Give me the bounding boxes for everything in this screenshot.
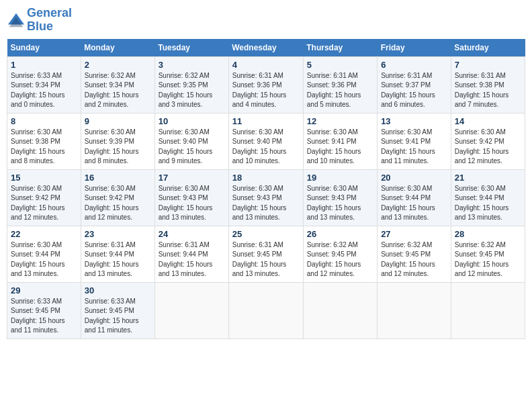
col-header-tuesday: Tuesday (154, 39, 228, 57)
day-cell: 29Sunrise: 6:33 AMSunset: 9:45 PMDayligh… (7, 282, 81, 338)
day-cell: 18Sunrise: 6:30 AMSunset: 9:43 PMDayligh… (228, 169, 303, 226)
day-detail: Sunrise: 6:32 AMSunset: 9:35 PMDaylight:… (159, 71, 225, 110)
day-cell: 5Sunrise: 6:31 AMSunset: 9:36 PMDaylight… (303, 56, 377, 113)
day-cell (378, 282, 451, 338)
day-detail: Sunrise: 6:31 AMSunset: 9:37 PMDaylight:… (381, 71, 447, 110)
day-detail: Sunrise: 6:33 AMSunset: 9:34 PMDaylight:… (11, 71, 77, 110)
day-cell: 26Sunrise: 6:32 AMSunset: 9:45 PMDayligh… (303, 226, 377, 282)
day-cell (228, 282, 303, 338)
day-cell: 10Sunrise: 6:30 AMSunset: 9:40 PMDayligh… (154, 113, 228, 169)
day-detail: Sunrise: 6:32 AMSunset: 9:45 PMDaylight:… (381, 240, 447, 279)
day-detail: Sunrise: 6:30 AMSunset: 9:42 PMDaylight:… (455, 128, 521, 167)
logo: General Blue (7, 7, 72, 34)
day-detail: Sunrise: 6:31 AMSunset: 9:36 PMDaylight:… (307, 71, 373, 110)
day-number: 5 (307, 60, 373, 70)
day-number: 10 (159, 116, 225, 126)
day-number: 17 (159, 173, 225, 183)
day-number: 28 (455, 229, 521, 239)
day-number: 19 (307, 173, 373, 183)
day-cell: 2Sunrise: 6:32 AMSunset: 9:34 PMDaylight… (81, 56, 154, 113)
day-detail: Sunrise: 6:30 AMSunset: 9:44 PMDaylight:… (11, 240, 77, 279)
day-number: 16 (85, 173, 151, 183)
day-cell (303, 282, 377, 338)
day-number: 6 (381, 60, 447, 70)
col-header-monday: Monday (81, 39, 154, 57)
day-number: 1 (11, 60, 77, 70)
day-cell: 17Sunrise: 6:30 AMSunset: 9:43 PMDayligh… (154, 169, 228, 226)
day-cell: 4Sunrise: 6:31 AMSunset: 9:36 PMDaylight… (228, 56, 303, 113)
day-number: 18 (232, 173, 300, 183)
day-number: 29 (11, 285, 77, 295)
day-number: 9 (85, 116, 151, 126)
day-number: 11 (232, 116, 300, 126)
day-number: 8 (11, 116, 77, 126)
day-number: 26 (307, 229, 373, 239)
day-detail: Sunrise: 6:30 AMSunset: 9:43 PMDaylight:… (232, 184, 300, 223)
week-row-2: 8Sunrise: 6:30 AMSunset: 9:38 PMDaylight… (7, 113, 525, 169)
day-detail: Sunrise: 6:31 AMSunset: 9:44 PMDaylight:… (159, 240, 225, 279)
page-header: General Blue (7, 7, 525, 34)
day-cell: 25Sunrise: 6:31 AMSunset: 9:45 PMDayligh… (228, 226, 303, 282)
day-detail: Sunrise: 6:33 AMSunset: 9:45 PMDaylight:… (85, 297, 151, 336)
day-detail: Sunrise: 6:32 AMSunset: 9:34 PMDaylight:… (85, 71, 151, 110)
day-cell: 13Sunrise: 6:30 AMSunset: 9:41 PMDayligh… (378, 113, 451, 169)
day-detail: Sunrise: 6:30 AMSunset: 9:40 PMDaylight:… (232, 128, 300, 167)
day-number: 22 (11, 229, 77, 239)
day-detail: Sunrise: 6:32 AMSunset: 9:45 PMDaylight:… (455, 240, 521, 279)
week-row-5: 29Sunrise: 6:33 AMSunset: 9:45 PMDayligh… (7, 282, 525, 338)
day-detail: Sunrise: 6:30 AMSunset: 9:39 PMDaylight:… (85, 128, 151, 167)
day-number: 7 (455, 60, 521, 70)
col-header-thursday: Thursday (303, 39, 377, 57)
day-cell: 14Sunrise: 6:30 AMSunset: 9:42 PMDayligh… (451, 113, 525, 169)
day-cell: 24Sunrise: 6:31 AMSunset: 9:44 PMDayligh… (154, 226, 228, 282)
day-cell: 9Sunrise: 6:30 AMSunset: 9:39 PMDaylight… (81, 113, 154, 169)
day-cell: 12Sunrise: 6:30 AMSunset: 9:41 PMDayligh… (303, 113, 377, 169)
week-row-1: 1Sunrise: 6:33 AMSunset: 9:34 PMDaylight… (7, 56, 525, 113)
calendar-table: SundayMondayTuesdayWednesdayThursdayFrid… (7, 39, 525, 339)
day-cell: 11Sunrise: 6:30 AMSunset: 9:40 PMDayligh… (228, 113, 303, 169)
day-detail: Sunrise: 6:30 AMSunset: 9:44 PMDaylight:… (455, 184, 521, 223)
col-header-sunday: Sunday (7, 39, 81, 57)
day-detail: Sunrise: 6:33 AMSunset: 9:45 PMDaylight:… (11, 297, 77, 336)
day-cell: 19Sunrise: 6:30 AMSunset: 9:43 PMDayligh… (303, 169, 377, 226)
day-cell: 23Sunrise: 6:31 AMSunset: 9:44 PMDayligh… (81, 226, 154, 282)
day-detail: Sunrise: 6:30 AMSunset: 9:43 PMDaylight:… (307, 184, 373, 223)
logo-line2: Blue (27, 20, 72, 34)
week-row-4: 22Sunrise: 6:30 AMSunset: 9:44 PMDayligh… (7, 226, 525, 282)
day-number: 27 (381, 229, 447, 239)
day-cell: 30Sunrise: 6:33 AMSunset: 9:45 PMDayligh… (81, 282, 154, 338)
day-number: 23 (85, 229, 151, 239)
day-cell (451, 282, 525, 338)
day-cell: 27Sunrise: 6:32 AMSunset: 9:45 PMDayligh… (378, 226, 451, 282)
day-cell: 22Sunrise: 6:30 AMSunset: 9:44 PMDayligh… (7, 226, 81, 282)
day-detail: Sunrise: 6:30 AMSunset: 9:40 PMDaylight:… (159, 128, 225, 167)
day-detail: Sunrise: 6:31 AMSunset: 9:44 PMDaylight:… (85, 240, 151, 279)
day-detail: Sunrise: 6:30 AMSunset: 9:38 PMDaylight:… (11, 128, 77, 167)
day-number: 30 (85, 285, 151, 295)
day-number: 20 (381, 173, 447, 183)
day-number: 24 (159, 229, 225, 239)
day-number: 2 (85, 60, 151, 70)
day-cell: 7Sunrise: 6:31 AMSunset: 9:38 PMDaylight… (451, 56, 525, 113)
day-detail: Sunrise: 6:30 AMSunset: 9:42 PMDaylight:… (85, 184, 151, 223)
day-number: 4 (232, 60, 300, 70)
day-number: 25 (232, 229, 300, 239)
day-detail: Sunrise: 6:31 AMSunset: 9:36 PMDaylight:… (232, 71, 300, 110)
day-cell (154, 282, 228, 338)
day-cell: 1Sunrise: 6:33 AMSunset: 9:34 PMDaylight… (7, 56, 81, 113)
day-cell: 20Sunrise: 6:30 AMSunset: 9:44 PMDayligh… (378, 169, 451, 226)
day-detail: Sunrise: 6:31 AMSunset: 9:45 PMDaylight:… (232, 240, 300, 279)
logo-line1: General (27, 7, 72, 20)
col-header-wednesday: Wednesday (228, 39, 303, 57)
day-cell: 28Sunrise: 6:32 AMSunset: 9:45 PMDayligh… (451, 226, 525, 282)
day-detail: Sunrise: 6:31 AMSunset: 9:38 PMDaylight:… (455, 71, 521, 110)
day-detail: Sunrise: 6:30 AMSunset: 9:41 PMDaylight:… (381, 128, 447, 167)
day-cell: 16Sunrise: 6:30 AMSunset: 9:42 PMDayligh… (81, 169, 154, 226)
day-detail: Sunrise: 6:30 AMSunset: 9:44 PMDaylight:… (381, 184, 447, 223)
day-number: 13 (381, 116, 447, 126)
day-cell: 6Sunrise: 6:31 AMSunset: 9:37 PMDaylight… (378, 56, 451, 113)
day-number: 15 (11, 173, 77, 183)
col-header-friday: Friday (378, 39, 451, 57)
day-detail: Sunrise: 6:32 AMSunset: 9:45 PMDaylight:… (307, 240, 373, 279)
day-cell: 8Sunrise: 6:30 AMSunset: 9:38 PMDaylight… (7, 113, 81, 169)
